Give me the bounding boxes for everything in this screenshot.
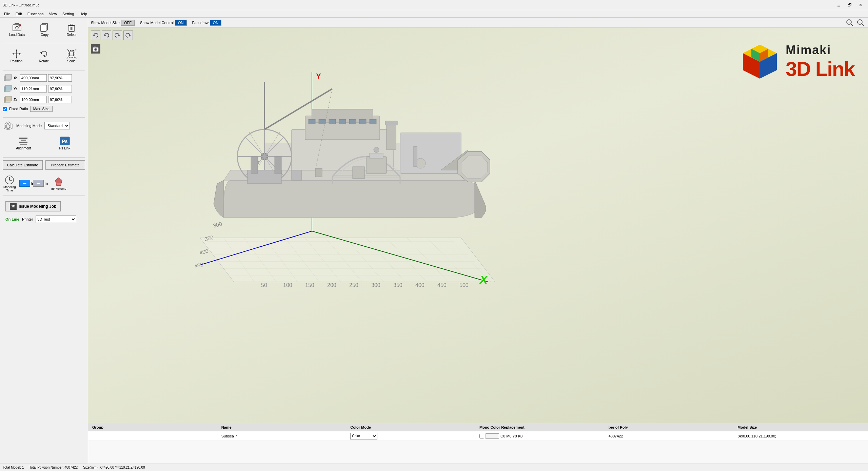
fast-draw-toggle[interactable]: ON <box>210 20 222 26</box>
y-pct-input[interactable] <box>48 85 72 93</box>
svg-rect-142 <box>414 146 417 167</box>
delete-button[interactable]: Delete <box>61 20 82 38</box>
svg-rect-31 <box>5 96 12 101</box>
svg-marker-137 <box>461 156 488 179</box>
menu-setting[interactable]: Setting <box>60 11 77 17</box>
y-value-input[interactable] <box>20 85 47 93</box>
svg-text:Ps: Ps <box>62 139 67 144</box>
axis-z-cube <box>3 95 12 104</box>
svg-rect-18 <box>68 50 75 57</box>
modeling-mode-row: Modeling Mode Standard Fine Rough <box>3 120 85 131</box>
layer-blue-left: — <box>19 180 30 187</box>
svg-marker-13 <box>16 49 17 51</box>
svg-rect-19 <box>70 52 74 56</box>
model-size-toggle[interactable]: OFF <box>121 20 135 26</box>
td-color-mode: Color Mono <box>349 433 478 439</box>
mimaki-logo-icon <box>739 41 780 82</box>
fixed-ratio-row: Fixed Ratio Max. Size <box>3 106 85 112</box>
total-polygon-status: Total Polygon Number: 4807422 <box>29 466 78 469</box>
show-controls: Show Model Size OFF Show Model Control O… <box>88 18 868 28</box>
x-value-input[interactable] <box>20 74 47 82</box>
load-data-button[interactable]: ! Load Data <box>6 20 28 38</box>
svg-rect-117 <box>370 119 376 124</box>
menu-help[interactable]: Help <box>77 11 90 17</box>
color-mode-select[interactable]: Color Mono <box>350 433 377 439</box>
zoom-in-button[interactable] <box>845 18 854 27</box>
issue-modeling-job-button[interactable]: 3D Issue Modeling Job <box>5 201 61 211</box>
position-button[interactable]: Position <box>6 47 27 65</box>
z-value-input[interactable] <box>20 96 47 103</box>
copy-icon <box>39 22 50 33</box>
redo-button[interactable] <box>113 30 122 40</box>
calculate-estimate-button[interactable]: Calculate Estimate <box>3 160 43 170</box>
th-num-poly: ber of Poly <box>607 425 736 429</box>
left-panel: ! Load Data Copy <box>0 18 88 464</box>
window-title: 3D Link - Untitled.m3c <box>3 3 39 7</box>
modeling-time-button[interactable]: ModelingTime <box>3 174 17 193</box>
camera-button[interactable] <box>91 44 100 54</box>
fixed-ratio-checkbox[interactable] <box>3 107 7 111</box>
fixed-ratio-label: Fixed Ratio <box>9 107 28 111</box>
mono-checkbox[interactable] <box>479 434 484 438</box>
svg-rect-144 <box>370 153 383 158</box>
th-color-mode: Color Mode <box>349 425 478 429</box>
menu-edit[interactable]: Edit <box>13 11 25 17</box>
ink-volume-icon <box>53 176 64 187</box>
transform-tools: Position Rotate <box>3 47 85 65</box>
3dlink-label: 3D Link <box>786 57 854 81</box>
model-control-group: Show Model Control ON <box>140 20 187 26</box>
y-label: Y: <box>14 87 18 91</box>
main-toolbar: ! Load Data Copy <box>3 20 85 38</box>
undo-arrow-button[interactable] <box>102 30 111 40</box>
layer-gray-left: — <box>33 180 44 187</box>
svg-line-48 <box>851 24 853 26</box>
redo-arrow-button[interactable] <box>123 30 133 40</box>
mimaki-label: Mimaki <box>786 43 854 57</box>
scale-button[interactable]: Scale <box>61 47 82 65</box>
modeling-mode-select[interactable]: Standard Fine Rough <box>44 122 70 129</box>
divider-5 <box>3 196 85 196</box>
redo-dropdown-icon <box>125 33 131 38</box>
svg-line-23 <box>75 57 76 59</box>
issue-button-label: Issue Modeling Job <box>19 204 56 209</box>
model-control-toggle[interactable]: ON <box>175 20 187 26</box>
max-size-button[interactable]: Max. Size <box>30 106 53 112</box>
ink-volume-button[interactable]: Ink Volume <box>51 176 67 191</box>
issue-icon-label: 3D <box>11 205 15 208</box>
x-pct-input[interactable] <box>48 74 72 82</box>
table-header: Group Name Color Mode Mono Color Replace… <box>88 423 868 431</box>
minimize-button[interactable]: 🗕 <box>834 2 844 8</box>
menu-functions[interactable]: Functions <box>25 11 46 17</box>
viewport-3d[interactable]: Y 450 400 350 300 250 200 150 100 <box>88 28 868 423</box>
close-button[interactable]: ✕ <box>856 2 865 8</box>
z-pct-input[interactable] <box>48 96 72 103</box>
copy-button[interactable]: Copy <box>35 20 55 38</box>
menu-view[interactable]: View <box>46 11 60 17</box>
restore-button[interactable]: 🗗 <box>845 2 854 8</box>
undo-button[interactable] <box>91 30 100 40</box>
alignment-button[interactable]: Alignment <box>13 134 34 152</box>
svg-rect-111 <box>309 119 315 124</box>
svg-rect-39 <box>20 144 27 145</box>
svg-rect-28 <box>5 85 12 90</box>
rotate-button[interactable]: Rotate <box>34 47 54 65</box>
svg-marker-15 <box>12 53 14 55</box>
th-model-size: Model Size <box>736 425 865 429</box>
prepare-estimate-button[interactable]: Prepare Estimate <box>45 160 85 170</box>
total-model-status: Total Model: 1 <box>3 466 24 469</box>
issue-section: 3D Issue Modeling Job <box>3 199 85 214</box>
app: ! Load Data Copy <box>0 18 868 471</box>
zoom-out-button[interactable] <box>856 18 865 27</box>
alignment-icon <box>18 136 29 146</box>
size-status: Size(mm): X=490.00 Y=110.21 Z=190.00 <box>83 466 145 469</box>
menu-file[interactable]: File <box>1 11 13 17</box>
svg-text:500: 500 <box>459 282 469 288</box>
printer-select[interactable]: 3D Test 3D Printer 1 <box>36 216 76 223</box>
ps-link-button[interactable]: Ps Ps Link <box>55 134 75 152</box>
modeling-mode-icon <box>3 120 14 131</box>
svg-rect-143 <box>366 157 387 173</box>
viewport: Show Model Size OFF Show Model Control O… <box>88 18 868 464</box>
divider-2 <box>3 70 85 70</box>
bottom-tools: ModelingTime — h — m <box>3 174 85 193</box>
modeling-mode-label: Modeling Mode <box>16 124 42 128</box>
